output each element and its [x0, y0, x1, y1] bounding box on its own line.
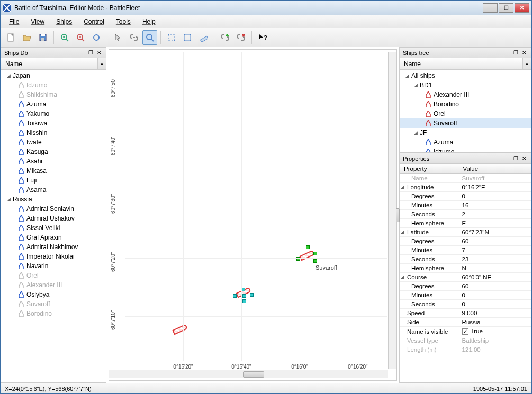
properties-body[interactable]: PropertyValue NameSuvaroff◢Longitude0°16… — [400, 164, 531, 382]
ship-item[interactable]: Asahi — [1, 157, 106, 166]
ship-item[interactable]: Graf Apraxin — [1, 233, 106, 242]
property-row[interactable]: Vessel typeBattleship — [400, 336, 531, 345]
ship-item[interactable]: Admiral Ushakov — [1, 214, 106, 223]
property-row[interactable]: Length (m)121.00 — [400, 345, 531, 354]
prop-col-property[interactable]: Property — [400, 164, 459, 174]
open-file-button[interactable] — [20, 30, 34, 45]
ship-item[interactable]: Mikasa — [1, 166, 106, 176]
menu-help[interactable]: Help — [137, 17, 161, 26]
ship-item[interactable]: Azuma — [1, 99, 106, 109]
tree-group[interactable]: ◢JF — [400, 128, 531, 138]
ship-item[interactable]: Idzumo — [400, 147, 531, 152]
tree-root[interactable]: ◢All ships — [400, 71, 531, 80]
scroll-thumb[interactable] — [243, 371, 264, 378]
new-file-button[interactable] — [4, 30, 19, 45]
close-button[interactable]: ✕ — [515, 3, 529, 13]
property-row[interactable]: Degrees0 — [400, 192, 531, 201]
zoom-in-button[interactable] — [57, 30, 72, 45]
zoom-out-button[interactable] — [73, 30, 88, 45]
property-row[interactable]: ◢Course60°0'0" NE — [400, 273, 531, 282]
ships-tree-col-header[interactable]: Name ▲ — [400, 58, 531, 70]
ships-tree-body[interactable]: ◢All ships◢BD1Alexander IIIBorodinoOrelS… — [400, 70, 531, 152]
link-tool-button[interactable] — [127, 30, 141, 45]
map-scrollbar-h[interactable] — [109, 370, 388, 378]
zoom-tool-button[interactable] — [142, 30, 157, 45]
ship-item[interactable]: Kasuga — [1, 147, 106, 157]
scroll-up-icon[interactable]: ▲ — [522, 58, 531, 69]
maximize-button[interactable]: ☐ — [499, 3, 513, 13]
ships-db-col-header[interactable]: Name ▲ — [1, 58, 106, 70]
property-row[interactable]: ◢Latitude60°7'23"N — [400, 228, 531, 237]
property-row[interactable]: Seconds0 — [400, 300, 531, 309]
ship-item[interactable]: Borodino — [1, 309, 106, 318]
menu-control[interactable]: Control — [78, 17, 110, 26]
property-row[interactable]: Speed9.000 — [400, 309, 531, 318]
ships-db-tree[interactable]: ◢JapanIdzumoShikishimaAzumaYakumoToikiwa… — [1, 70, 106, 382]
property-row[interactable]: Degrees60 — [400, 237, 531, 246]
ship-item[interactable]: Oslybya — [1, 290, 106, 299]
ship-item[interactable]: Orel — [400, 109, 531, 118]
scroll-up-icon[interactable]: ▲ — [97, 58, 106, 69]
select-all-button[interactable] — [180, 30, 195, 45]
save-button[interactable] — [35, 30, 50, 45]
panel-close-button[interactable]: ✕ — [520, 155, 528, 162]
select-rect-button[interactable] — [164, 30, 179, 45]
prop-col-value[interactable]: Value — [459, 164, 531, 174]
map-scrollbar-v[interactable] — [388, 52, 396, 369]
ship-item[interactable]: Admiral Seniavin — [1, 204, 106, 214]
ship-item[interactable]: Navarin — [1, 261, 106, 271]
panel-float-button[interactable]: ❐ — [512, 155, 519, 162]
property-row[interactable]: Name is visible✓True — [400, 327, 531, 336]
menu-tools[interactable]: Tools — [111, 17, 136, 26]
measure-tool-button[interactable] — [196, 30, 211, 45]
ship-item[interactable]: Borodino — [400, 99, 531, 109]
zoom-fit-button[interactable] — [89, 30, 104, 45]
ship-item[interactable]: Shikishima — [1, 90, 106, 99]
ship-marker-suvaroff[interactable]: Suvaroff — [300, 253, 314, 258]
ship-item[interactable]: Fuji — [1, 176, 106, 185]
ship-item[interactable]: Admiral Nakhimov — [1, 242, 106, 252]
ship-item[interactable]: Idzumo — [1, 80, 106, 90]
panel-float-button[interactable]: ❐ — [512, 49, 519, 57]
menu-ships[interactable]: Ships — [51, 17, 77, 26]
property-row[interactable]: HemisphereN — [400, 264, 531, 273]
ship-item[interactable]: Toikiwa — [1, 118, 106, 128]
link-add-button[interactable] — [218, 30, 232, 45]
property-row[interactable]: Degrees60 — [400, 282, 531, 291]
help-pointer-button[interactable]: ? — [255, 30, 270, 45]
pointer-tool-button[interactable] — [111, 30, 125, 45]
menu-file[interactable]: File — [4, 17, 24, 26]
ship-item[interactable]: Imperator Nikolai — [1, 252, 106, 261]
panel-close-button[interactable]: ✕ — [520, 49, 528, 57]
property-row[interactable]: Seconds23 — [400, 255, 531, 264]
tree-group[interactable]: ◢Russia — [1, 195, 106, 204]
property-row[interactable]: Seconds2 — [400, 210, 531, 219]
panel-close-button[interactable]: ✕ — [95, 49, 103, 57]
panel-float-button[interactable]: ❐ — [87, 49, 94, 57]
ship-item[interactable]: Alexander III — [400, 90, 531, 99]
property-row[interactable]: NameSuvaroff — [400, 174, 531, 183]
property-row[interactable]: Minutes0 — [400, 291, 531, 300]
ship-item[interactable]: Iwate — [1, 138, 106, 147]
ship-marker-selected-2[interactable] — [236, 290, 251, 295]
ship-marker[interactable] — [173, 327, 187, 332]
link-remove-button[interactable] — [233, 30, 248, 45]
map-area[interactable]: Suvaroff 0°15'20"0°15'40"0°16'0"0°16'20"… — [109, 49, 397, 381]
property-row[interactable]: SideRussia — [400, 318, 531, 327]
tree-group[interactable]: ◢Japan — [1, 71, 106, 80]
ship-item[interactable]: Asama — [1, 185, 106, 195]
ship-item[interactable]: Suvaroff — [1, 299, 106, 309]
property-row[interactable]: HemisphereE — [400, 219, 531, 228]
map-canvas[interactable]: Suvaroff — [125, 52, 387, 361]
ship-item[interactable]: Yakumo — [1, 109, 106, 118]
ship-item[interactable]: Alexander III — [1, 280, 106, 290]
menu-view[interactable]: View — [25, 17, 50, 26]
ship-item[interactable]: Sissoi Veliki — [1, 223, 106, 233]
minimize-button[interactable]: — — [483, 3, 498, 13]
ship-item[interactable]: Orel — [1, 271, 106, 280]
property-row[interactable]: ◢Longitude0°16'2"E — [400, 183, 531, 192]
ship-item[interactable]: Suvaroff — [400, 118, 531, 128]
ship-item[interactable]: Nisshin — [1, 128, 106, 138]
property-row[interactable]: Minutes16 — [400, 201, 531, 210]
ship-item[interactable]: Azuma — [400, 138, 531, 147]
